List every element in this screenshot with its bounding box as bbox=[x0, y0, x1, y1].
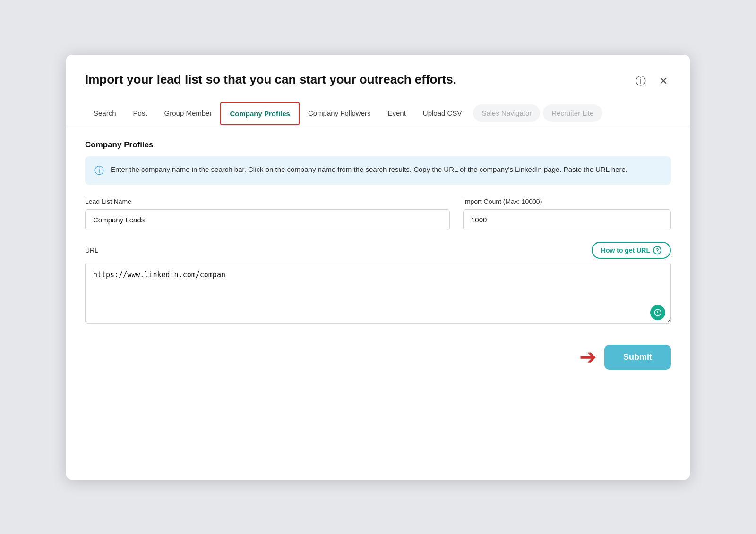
info-box: ⓘ Enter the company name in the search b… bbox=[85, 156, 671, 185]
close-icon: ✕ bbox=[659, 75, 668, 87]
help-icon: ⓘ bbox=[636, 74, 646, 88]
modal-title: Import your lead list so that you can st… bbox=[85, 72, 456, 88]
form-row-lead: Lead List Name Import Count (Max: 10000) bbox=[85, 198, 671, 230]
url-label: URL bbox=[85, 246, 98, 254]
grammarly-icon bbox=[650, 305, 665, 320]
import-count-group: Import Count (Max: 10000) bbox=[463, 198, 671, 230]
tab-post[interactable]: Post bbox=[125, 102, 156, 124]
url-textarea[interactable]: https://www.linkedin.com/compan bbox=[85, 263, 671, 324]
arrow-icon: ➔ bbox=[579, 347, 597, 367]
tab-event[interactable]: Event bbox=[379, 102, 414, 124]
tab-recruiter-lite: Recruiter Lite bbox=[543, 104, 602, 122]
how-to-url-label: How to get URL bbox=[601, 246, 650, 254]
tab-sales-navigator: Sales Navigator bbox=[473, 104, 540, 122]
import-count-label: Import Count (Max: 10000) bbox=[463, 198, 671, 205]
section-title: Company Profiles bbox=[85, 140, 671, 150]
import-count-input[interactable] bbox=[463, 209, 671, 230]
how-to-url-icon: ? bbox=[653, 246, 662, 254]
submit-button[interactable]: Submit bbox=[604, 345, 671, 370]
info-icon: ⓘ bbox=[94, 164, 104, 177]
modal-header: Import your lead list so that you can st… bbox=[85, 72, 671, 89]
tab-company-profiles[interactable]: Company Profiles bbox=[220, 102, 300, 125]
how-to-url-button[interactable]: How to get URL ? bbox=[592, 242, 671, 259]
lead-list-name-group: Lead List Name bbox=[85, 198, 450, 230]
tabs-bar: Search Post Group Member Company Profile… bbox=[66, 102, 690, 125]
tab-company-followers[interactable]: Company Followers bbox=[300, 102, 379, 124]
url-section: URL How to get URL ? https://www.linkedi… bbox=[85, 242, 671, 326]
info-text: Enter the company name in the search bar… bbox=[111, 164, 627, 175]
lead-list-input[interactable] bbox=[85, 209, 450, 230]
submit-row: ➔ Submit bbox=[85, 345, 671, 370]
tab-upload-csv[interactable]: Upload CSV bbox=[414, 102, 471, 124]
lead-list-label: Lead List Name bbox=[85, 198, 450, 205]
modal: Import your lead list so that you can st… bbox=[66, 55, 690, 480]
tab-group-member[interactable]: Group Member bbox=[156, 102, 221, 124]
help-button[interactable]: ⓘ bbox=[633, 74, 648, 89]
tab-search[interactable]: Search bbox=[85, 102, 125, 124]
url-header-row: URL How to get URL ? bbox=[85, 242, 671, 259]
header-actions: ⓘ ✕ bbox=[633, 72, 671, 89]
close-button[interactable]: ✕ bbox=[656, 74, 671, 89]
url-textarea-wrapper: https://www.linkedin.com/compan bbox=[85, 263, 671, 326]
